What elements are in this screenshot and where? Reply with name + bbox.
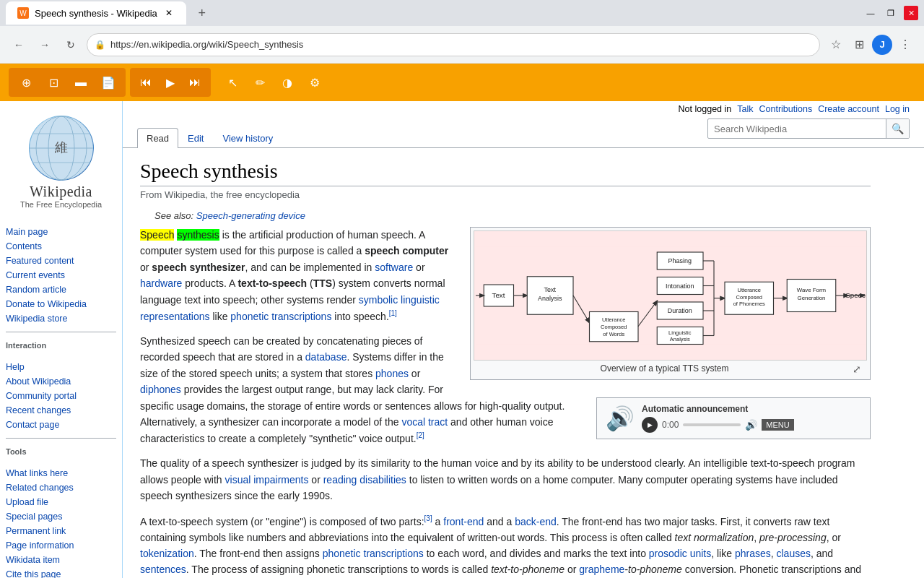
link-tokenization[interactable]: tokenization xyxy=(140,548,194,559)
tab-read[interactable]: Read xyxy=(137,128,178,148)
highlight-speech: Speech xyxy=(140,229,174,241)
link-phones[interactable]: phones xyxy=(375,368,409,379)
sidebar-item-help[interactable]: Help xyxy=(6,360,116,374)
settings-button[interactable]: ⚙ xyxy=(303,71,326,94)
tab-view-history[interactable]: View history xyxy=(213,128,282,148)
link-prosodic[interactable]: prosodic units xyxy=(649,548,711,559)
forward-button[interactable]: → xyxy=(35,35,55,55)
audio-volume-icon[interactable]: 🔊 xyxy=(745,419,757,431)
refresh-button[interactable]: ↻ xyxy=(61,35,81,55)
linguistic-analysis-label: Linguistic xyxy=(668,329,692,336)
link-reading-disabilities[interactable]: reading disabilities xyxy=(323,474,406,486)
wiki-tabs: Read Edit View history xyxy=(137,127,282,147)
sidebar-item-random[interactable]: Random article xyxy=(6,282,116,297)
ext-select-btn[interactable]: ⊡ xyxy=(42,71,65,94)
pencil-tool-button[interactable]: ✏ xyxy=(248,71,271,94)
sidebar-item-related-changes[interactable]: Related changes xyxy=(6,480,116,495)
brightness-tool-button[interactable]: ◑ xyxy=(276,71,299,94)
sidebar-item-store[interactable]: Wikipedia store xyxy=(6,311,116,326)
chrome-menu-button[interactable]: ⋮ xyxy=(895,35,915,55)
wiki-main-content: Speech synthesis From Wikipedia, the fre… xyxy=(123,148,888,578)
interaction-label: Interaction xyxy=(6,338,116,351)
link-software[interactable]: software xyxy=(375,262,413,273)
hatnote-link[interactable]: Speech-generating device xyxy=(196,210,305,221)
tab-close-button[interactable]: ✕ xyxy=(163,7,175,19)
sidebar-item-recent-changes[interactable]: Recent changes xyxy=(6,403,116,418)
link-phonetic-trans[interactable]: phonetic transcriptions xyxy=(323,548,424,559)
browser-titlebar: W Speech synthesis - Wikipedia ✕ + — ❐ ✕ xyxy=(0,0,924,26)
link-hardware[interactable]: hardware xyxy=(140,277,182,289)
audio-controls: Automatic announcement ▶ 0:00 🔊 MENU xyxy=(642,404,861,433)
minimize-button[interactable]: — xyxy=(863,6,878,20)
new-tab-button[interactable]: + xyxy=(192,3,212,23)
diagram-expand-icon[interactable]: ⤢ xyxy=(853,363,861,375)
rewind-button[interactable]: ⏮ xyxy=(134,71,157,94)
back-button[interactable]: ← xyxy=(9,35,29,55)
ext-doc-btn[interactable]: 📄 xyxy=(97,71,120,94)
talk-link[interactable]: Talk xyxy=(737,104,753,114)
sidebar-item-upload[interactable]: Upload file xyxy=(6,495,116,509)
sidebar-item-page-info[interactable]: Page information xyxy=(6,538,116,553)
sidebar-item-permanent[interactable]: Permanent link xyxy=(6,524,116,538)
svg-text:Generation: Generation xyxy=(797,295,825,301)
audio-menu-button[interactable]: MENU xyxy=(762,419,793,431)
wiki-from-line: From Wikipedia, the free encyclopedia xyxy=(140,189,871,200)
link-phrases[interactable]: phrases xyxy=(735,548,771,559)
sidebar-item-contents[interactable]: Contents xyxy=(6,239,116,254)
link-database[interactable]: database xyxy=(305,351,347,363)
ext-media-btn[interactable]: ▬ xyxy=(69,71,92,94)
sidebar-item-main-page[interactable]: Main page xyxy=(6,225,116,239)
link-visual-impairments[interactable]: visual impairments xyxy=(225,474,309,486)
audio-time: 0:00 xyxy=(662,420,679,430)
link-sentences[interactable]: sentences xyxy=(140,564,186,575)
highlight-synthesis: synthesis xyxy=(177,229,219,241)
link-vocal-tract[interactable]: vocal tract xyxy=(401,416,448,428)
maximize-button[interactable]: ❐ xyxy=(884,6,898,20)
sidebar-item-current-events[interactable]: Current events xyxy=(6,268,116,282)
link-phonetic[interactable]: phonetic transcriptions xyxy=(230,311,331,322)
search-button[interactable]: 🔍 xyxy=(886,118,909,139)
sidebar-item-about[interactable]: About Wikipedia xyxy=(6,374,116,389)
svg-text:of Phonemes: of Phonemes xyxy=(733,301,764,307)
sidebar-item-whatlinks[interactable]: What links here xyxy=(6,466,116,480)
browser-tab[interactable]: W Speech synthesis - Wikipedia ✕ xyxy=(6,1,186,25)
sidebar-item-cite[interactable]: Cite this page xyxy=(6,567,116,578)
ext-move-btn[interactable]: ⊕ xyxy=(14,71,38,94)
sidebar-item-featured[interactable]: Featured content xyxy=(6,254,116,268)
cursor-tool-button[interactable]: ↖ xyxy=(221,71,244,94)
close-button[interactable]: ✕ xyxy=(904,6,918,20)
tab-edit[interactable]: Edit xyxy=(178,128,213,148)
toolbar-actions: ☆ ⊞ J ⋮ xyxy=(826,35,915,55)
link-back-end[interactable]: back-end xyxy=(515,515,557,527)
browser-toolbar: ← → ↻ 🔒 https://en.wikipedia.org/wiki/Sp… xyxy=(0,26,924,64)
link-grapheme[interactable]: grapheme xyxy=(579,564,624,575)
user-avatar[interactable]: J xyxy=(872,35,892,55)
play-button[interactable]: ▶ xyxy=(159,71,182,94)
ref-3: [3] xyxy=(424,514,432,522)
sidebar-item-contact[interactable]: Contact page xyxy=(6,418,116,432)
link-diphones[interactable]: diphones xyxy=(140,384,181,395)
audio-buttons: ▶ 0:00 🔊 MENU xyxy=(642,417,861,433)
link-front-end[interactable]: front-end xyxy=(443,515,484,527)
sidebar-item-donate[interactable]: Donate to Wikipedia xyxy=(6,297,116,311)
svg-text:Text: Text xyxy=(492,291,505,299)
login-link[interactable]: Log in xyxy=(885,104,910,114)
fast-forward-button[interactable]: ⏭ xyxy=(183,71,206,94)
phasing-label: Phasing xyxy=(668,257,692,264)
chrome-extensions-button[interactable]: ⊞ xyxy=(849,35,869,55)
wiki-search-bar: 🔍 xyxy=(707,118,910,139)
bookmark-button[interactable]: ☆ xyxy=(826,35,846,55)
sidebar-item-wikidata[interactable]: Wikidata item xyxy=(6,553,116,567)
sidebar-item-community[interactable]: Community portal xyxy=(6,389,116,403)
audio-play-button[interactable]: ▶ xyxy=(642,417,658,433)
search-input[interactable] xyxy=(708,124,886,134)
sidebar-item-special[interactable]: Special pages xyxy=(6,509,116,524)
link-clauses[interactable]: clauses xyxy=(777,548,811,559)
address-bar[interactable]: 🔒 https://en.wikipedia.org/wiki/Speech_s… xyxy=(87,33,820,56)
contributions-link[interactable]: Contributions xyxy=(759,104,813,114)
audio-progress-bar[interactable] xyxy=(683,423,741,426)
audio-title: Automatic announcement xyxy=(642,404,861,414)
tools-label: Tools xyxy=(6,444,116,457)
create-account-link[interactable]: Create account xyxy=(818,104,879,114)
wiki-sidebar: 維 Wikipedia The Free Encyclopedia Main p… xyxy=(0,101,123,578)
